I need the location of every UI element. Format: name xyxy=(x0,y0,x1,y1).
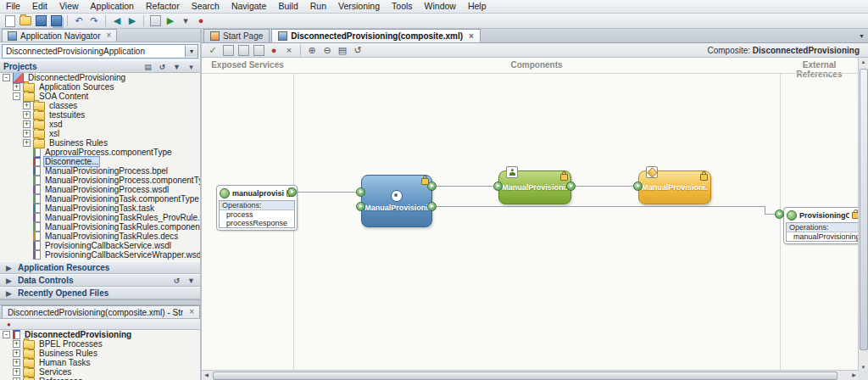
structure-item-business-rules[interactable]: + Business Rules xyxy=(0,349,200,358)
structure-item-services[interactable]: + Services xyxy=(0,367,200,377)
tab-structure[interactable]: DisconnectedProvisioning(composite.xml) … xyxy=(2,305,200,318)
component-bpel-process[interactable]: ManualProvisioni... xyxy=(361,175,432,227)
application-selector[interactable]: DisconnectedProvisioningApplication ▾ xyxy=(2,44,198,59)
menu-tools[interactable]: Tools xyxy=(386,0,419,13)
menu-window[interactable]: Window xyxy=(419,0,462,13)
expander-icon[interactable]: + xyxy=(23,111,31,119)
wire-bpel-to-reference[interactable] xyxy=(437,206,765,207)
component-human-task[interactable]: ManualProvisioni... xyxy=(498,170,571,204)
connector-task-in-icon[interactable] xyxy=(493,182,503,191)
connector-bpel-out-icon[interactable] xyxy=(427,182,437,191)
save-all-icon[interactable] xyxy=(49,14,63,27)
projects-grid-icon[interactable]: ▤ xyxy=(142,62,153,72)
undo-icon[interactable]: ↶ xyxy=(72,14,86,27)
tree-item-manualprovisioningprocess-wsdl[interactable]: ManualProvisioningProcess.wsdl xyxy=(0,185,200,194)
menu-run[interactable]: Run xyxy=(304,0,332,13)
tree-item-xsl[interactable]: + xsl xyxy=(0,129,200,138)
scroll-up-icon[interactable]: ▲ xyxy=(859,58,868,67)
zoom-in-icon[interactable]: ⊕ xyxy=(305,44,319,57)
expander-icon[interactable]: - xyxy=(3,74,10,81)
connector-bpel-in-icon[interactable] xyxy=(356,202,365,211)
tree-item-disconnectedprovisioning[interactable]: - DisconnectedProvisioning xyxy=(0,73,200,82)
tree-item-provisioningcallbackservice-wsdl[interactable]: ProvisioningCallbackService.wsdl xyxy=(0,241,200,250)
panel-splitter[interactable] xyxy=(0,299,200,305)
exposed-service-manualprovisioning[interactable]: manualprovisioning... Operations: proces… xyxy=(216,185,298,231)
close-icon[interactable]: × xyxy=(189,308,194,316)
menu-view[interactable]: View xyxy=(53,0,85,13)
projects-filter-icon[interactable]: ▼ xyxy=(171,62,182,72)
wire-bpel-to-humantask[interactable] xyxy=(437,186,493,187)
connector-bpel-out-icon[interactable] xyxy=(427,202,437,211)
run-dropdown-icon[interactable]: ▾ xyxy=(179,14,192,27)
datacontrols-filter-icon[interactable]: ▼ xyxy=(186,276,197,286)
menu-edit[interactable]: Edit xyxy=(26,0,53,13)
expander-icon[interactable]: - xyxy=(13,92,20,100)
expander-icon[interactable]: + xyxy=(13,368,20,376)
close-editor-icon[interactable]: × xyxy=(282,44,296,57)
connector-bpel-in-icon[interactable] xyxy=(356,187,365,197)
connector-rule-in-icon[interactable] xyxy=(633,182,643,191)
horizontal-scroll-thumb[interactable] xyxy=(213,372,837,380)
section-data-controls[interactable]: ▶ Data Controls ↺ ▼ xyxy=(0,274,200,287)
horizontal-scrollbar[interactable]: ◀ ▶ xyxy=(202,370,859,380)
error-marker-icon[interactable]: ● xyxy=(267,44,281,57)
wrench-icon[interactable] xyxy=(236,44,250,57)
menu-versioning[interactable]: Versioning xyxy=(332,0,386,13)
expander-icon[interactable]: + xyxy=(23,120,31,128)
connector-task-out-icon[interactable] xyxy=(566,182,576,191)
zoom-out-icon[interactable]: ⊖ xyxy=(320,44,334,57)
expander-icon[interactable]: + xyxy=(23,130,31,137)
composite-canvas[interactable]: Exposed Services Components External Ref… xyxy=(202,58,868,380)
component-business-rule[interactable]: ManualProvisioni... xyxy=(638,170,711,204)
navigate-forward-icon[interactable]: ▶ xyxy=(125,14,139,27)
expander-icon[interactable]: + xyxy=(23,102,31,109)
tree-item-manualprovisioningprocess-componenttype[interactable]: ManualProvisioningProcess.componentType xyxy=(0,176,200,185)
tree-item-taskrules-componenttype[interactable]: ManualProvisioningTaskRules.componentTyp… xyxy=(0,222,200,232)
wire-icon[interactable] xyxy=(221,44,235,57)
datacontrols-refresh-icon[interactable]: ↺ xyxy=(171,276,182,286)
projects-refresh-icon[interactable]: ↺ xyxy=(157,62,168,72)
navigate-back-icon[interactable]: ◀ xyxy=(110,14,124,27)
build-icon[interactable] xyxy=(148,14,162,27)
tree-item-provisioningcallbackservicewrapper-wsdl[interactable]: ProvisioningCallbackServiceWrapper.wsdl xyxy=(0,250,200,260)
wire-humantask-to-rule[interactable] xyxy=(576,186,633,187)
tree-item-manualprovisioningtask-componenttype[interactable]: ManualProvisioningTask.componentType xyxy=(0,194,200,204)
section-recently-opened-files[interactable]: ▶ Recently Opened Files xyxy=(0,287,200,299)
projects-header-bar[interactable]: Projects ▤ ↺ ▼ ▾ xyxy=(0,60,200,73)
expander-icon[interactable]: + xyxy=(13,359,20,366)
structure-item-root[interactable]: - DisconnectedProvisioning xyxy=(0,330,200,339)
tab-list-chevron-icon[interactable]: ▾ xyxy=(855,30,868,42)
tree-item-manualprovisioningprocess-bpel[interactable]: ManualProvisioningProcess.bpel xyxy=(0,166,200,176)
tree-item-business-rules[interactable]: + Business Rules xyxy=(0,138,200,148)
menu-help[interactable]: Help xyxy=(462,0,492,13)
tree-item-application-sources[interactable]: + Application Sources xyxy=(0,82,200,92)
menu-refactor[interactable]: Refactor xyxy=(140,0,186,13)
menu-file[interactable]: File xyxy=(0,0,26,13)
tree-item-disconnecte-selected[interactable]: Disconnecte... xyxy=(0,157,200,166)
structure-item-bpel-processes[interactable]: + BPEL Processes xyxy=(0,339,200,349)
vertical-scrollbar[interactable]: ▲ ▼ xyxy=(858,58,868,372)
scroll-right-icon[interactable]: ▶ xyxy=(849,371,859,380)
tree-item-xsd[interactable]: + xsd xyxy=(0,120,200,129)
external-reference-provisioningcallback[interactable]: ProvisioningCallbac... Operations: manua… xyxy=(783,207,863,244)
debug-icon[interactable]: ● xyxy=(194,14,208,27)
menu-search[interactable]: Search xyxy=(186,0,225,13)
connector-reference-in-icon[interactable] xyxy=(775,210,784,219)
structure-item-references[interactable]: + References xyxy=(0,377,200,380)
property-icon[interactable] xyxy=(252,44,265,57)
scroll-left-icon[interactable]: ◀ xyxy=(202,371,211,380)
vertical-scroll-thumb[interactable] xyxy=(860,69,868,350)
tab-application-navigator[interactable]: Application Navigator × xyxy=(2,29,117,42)
structure-item-human-tasks[interactable]: + Human Tasks xyxy=(0,358,200,367)
expander-icon[interactable]: + xyxy=(13,349,20,357)
tree-item-soa-content[interactable]: - SOA Content xyxy=(0,92,200,101)
close-icon[interactable]: × xyxy=(469,32,474,41)
run-icon[interactable]: ▶ xyxy=(164,14,177,27)
freeze-pin-icon[interactable]: ● xyxy=(3,320,14,329)
section-application-resources[interactable]: ▶ Application Resources xyxy=(0,261,200,274)
tree-item-taskrules-provrule-wsdl[interactable]: ManualProvisioningTaskRules_ProvRule.wsd… xyxy=(0,213,200,222)
menu-build[interactable]: Build xyxy=(272,0,303,13)
tree-item-classes[interactable]: + classes xyxy=(0,101,200,110)
connector-service-out-icon[interactable] xyxy=(287,187,297,197)
expander-icon[interactable]: + xyxy=(13,340,20,348)
